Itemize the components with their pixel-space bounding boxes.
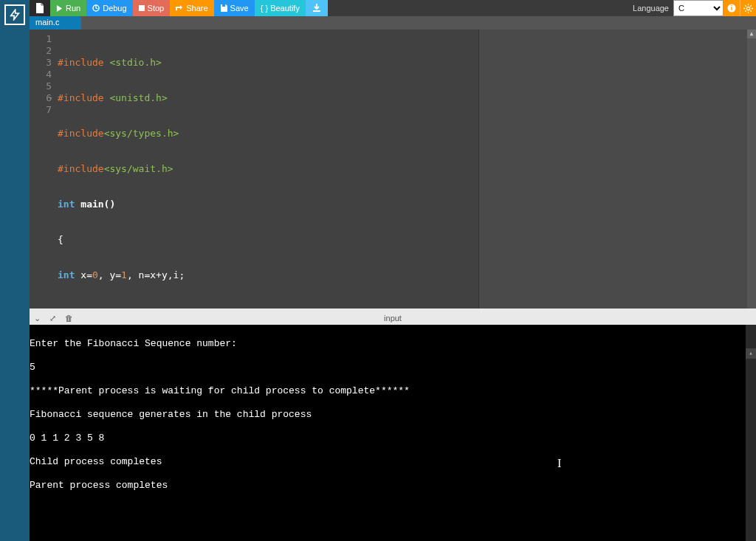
stop-button[interactable]: Stop xyxy=(133,0,171,16)
download-icon xyxy=(312,4,321,13)
console-output[interactable]: Enter the Fibonacci Sequence number: 5 *… xyxy=(30,325,756,541)
console-line xyxy=(30,527,756,539)
save-icon xyxy=(220,4,227,12)
console-line: Enter the Fibonacci Sequence number: xyxy=(30,338,756,350)
file-tab-main[interactable]: main.c xyxy=(30,16,81,30)
beautify-label: { } Beautify xyxy=(261,4,300,13)
text-cursor-icon: I xyxy=(557,458,561,469)
svg-rect-1 xyxy=(139,5,145,11)
info-icon: i xyxy=(727,4,736,13)
info-button[interactable]: i xyxy=(724,0,740,16)
console-title: input xyxy=(384,314,402,323)
svg-text:i: i xyxy=(731,4,733,12)
chevron-down-icon[interactable]: ⌄ xyxy=(34,314,41,323)
file-icon xyxy=(35,3,44,13)
stop-label: Stop xyxy=(148,4,165,13)
language-label: Language xyxy=(628,0,673,16)
language-select[interactable]: C xyxy=(673,0,724,16)
logo[interactable] xyxy=(4,4,25,25)
console-line xyxy=(30,503,756,515)
main-area: Run Debug Stop Share Save { } Beautify L… xyxy=(30,0,756,541)
expand-icon[interactable]: ⤢ xyxy=(49,314,56,323)
console-scrollbar[interactable]: ▴ xyxy=(746,325,756,541)
console-line: Fibonacci sequence generates in the chil… xyxy=(30,409,756,421)
console-line: 5 xyxy=(30,362,756,373)
beautify-button[interactable]: { } Beautify xyxy=(255,0,306,16)
fold-icon[interactable]: ▾ xyxy=(49,92,52,104)
save-label: Save xyxy=(230,4,249,13)
console-line: Child process completes xyxy=(30,456,756,468)
scroll-up-icon[interactable]: ▲ xyxy=(747,30,756,38)
gear-icon xyxy=(743,4,753,13)
download-button[interactable] xyxy=(306,0,328,16)
scroll-up-icon[interactable]: ▴ xyxy=(746,348,756,359)
play-icon xyxy=(56,5,63,12)
share-icon xyxy=(176,4,183,12)
toolbar: Run Debug Stop Share Save { } Beautify L… xyxy=(30,0,756,16)
file-tabs: main.c xyxy=(30,16,756,30)
console-line: Parent process completes xyxy=(30,480,756,492)
share-label: Share xyxy=(186,4,207,13)
debug-label: Debug xyxy=(103,4,126,13)
debug-button[interactable]: Debug xyxy=(86,0,132,16)
debug-icon xyxy=(92,4,100,12)
save-button[interactable]: Save xyxy=(214,0,255,16)
editor-right-pane xyxy=(478,30,747,309)
share-button[interactable]: Share xyxy=(170,0,213,16)
svg-point-4 xyxy=(746,7,749,10)
console-line: 0 1 1 2 3 5 8 xyxy=(30,433,756,444)
run-label: Run xyxy=(66,4,80,13)
new-file-button[interactable] xyxy=(30,0,50,16)
editor-scrollbar[interactable]: ▲ xyxy=(747,30,756,309)
console-toolbar: ⌄ ⤢ 🗑 input xyxy=(30,311,756,325)
line-gutter: 1 2 3 4 5 6 7 xyxy=(30,30,58,309)
sidebar xyxy=(0,0,30,541)
run-button[interactable]: Run xyxy=(50,0,86,16)
code-content[interactable]: #include <stdio.h> #include <unistd.h> #… xyxy=(58,30,478,309)
clear-icon[interactable]: 🗑 xyxy=(65,314,73,323)
console-line: *****Parent process is waiting for child… xyxy=(30,385,756,397)
code-editor[interactable]: 1 2 3 4 5 6 7 #include <stdio.h> #includ… xyxy=(30,30,756,309)
settings-button[interactable] xyxy=(740,0,756,16)
stop-icon xyxy=(139,5,145,11)
